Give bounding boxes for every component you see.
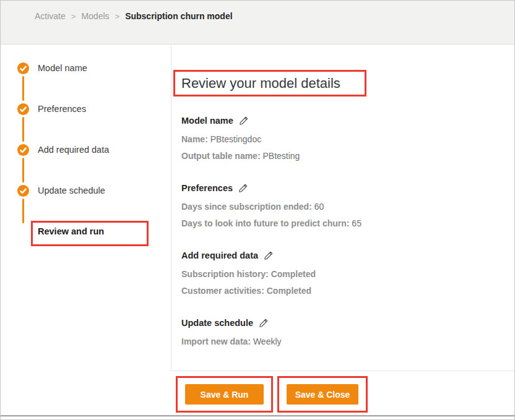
breadcrumb-separator-icon: > — [71, 12, 76, 21]
breadcrumb-current-page: Subscription churn model — [125, 11, 232, 21]
check-circle-icon — [17, 144, 29, 156]
section-title: Model name — [181, 116, 233, 126]
detail-row: Subscription history: Completed — [181, 266, 454, 283]
stepper-connector — [22, 199, 24, 223]
pencil-icon[interactable] — [264, 251, 274, 260]
footer-divider — [171, 371, 514, 371]
detail-row: Customer activities: Completed — [181, 283, 454, 299]
stepper-connector — [22, 117, 24, 142]
detail-row: Name: PBtestingdoc — [181, 131, 454, 148]
window-bottom-edge — [1, 415, 514, 417]
section-preferences: Preferences Days since subscription ende… — [181, 182, 454, 231]
section-title: Add required data — [181, 251, 258, 260]
sidebar-divider — [171, 45, 171, 371]
step-label: Update schedule — [38, 185, 105, 197]
breadcrumb: Activate > Models > Subscription churn m… — [35, 11, 233, 21]
detail-row: Import new data: Weekly — [181, 333, 454, 350]
check-circle-icon — [17, 103, 29, 115]
pencil-icon[interactable] — [238, 183, 248, 193]
breadcrumb-activate[interactable]: Activate — [35, 11, 66, 21]
detail-row: Days since subscription ended: 60 — [181, 199, 454, 215]
check-circle-icon — [17, 62, 29, 74]
section-add-required-data: Add required data Subscription history: … — [181, 249, 454, 299]
section-title: Preferences — [181, 183, 233, 193]
pencil-icon[interactable] — [259, 318, 269, 328]
step-label: Model name — [38, 62, 87, 74]
step-label: Review and run — [38, 226, 104, 238]
detail-row: Output table name: PBtesting — [181, 148, 454, 165]
step-label: Preferences — [38, 103, 86, 115]
section-title: Update schedule — [181, 318, 253, 328]
app-window: Activate > Models > Subscription churn m… — [0, 0, 515, 420]
stepper-connector — [22, 76, 24, 101]
save-and-run-button[interactable]: Save & Run — [185, 384, 264, 405]
breadcrumb-models[interactable]: Models — [81, 11, 109, 21]
breadcrumb-separator-icon: > — [115, 12, 120, 21]
check-circle-icon — [17, 185, 29, 197]
annotation-box-save-close: Save & Close — [277, 376, 368, 413]
annotation-box-save-run: Save & Run — [176, 376, 273, 413]
filled-dot-icon — [17, 226, 29, 238]
section-model-name: Model name Name: PBtestingdoc Output tab… — [181, 114, 454, 164]
save-and-close-button[interactable]: Save & Close — [287, 384, 358, 405]
header-bar: Activate > Models > Subscription churn m… — [1, 1, 514, 45]
review-details: Model name Name: PBtestingdoc Output tab… — [181, 114, 454, 368]
step-label: Add required data — [38, 144, 109, 156]
section-update-schedule: Update schedule Import new data: Weekly — [181, 317, 454, 350]
detail-row: Days to look into future to predict chur… — [181, 215, 454, 232]
annotation-box-page-title: Review your model details — [173, 70, 366, 96]
page-title: Review your model details — [175, 75, 340, 92]
footer-actions: Save & Run Save & Close — [176, 376, 368, 413]
stepper-connector — [22, 158, 24, 182]
pencil-icon[interactable] — [239, 116, 249, 126]
